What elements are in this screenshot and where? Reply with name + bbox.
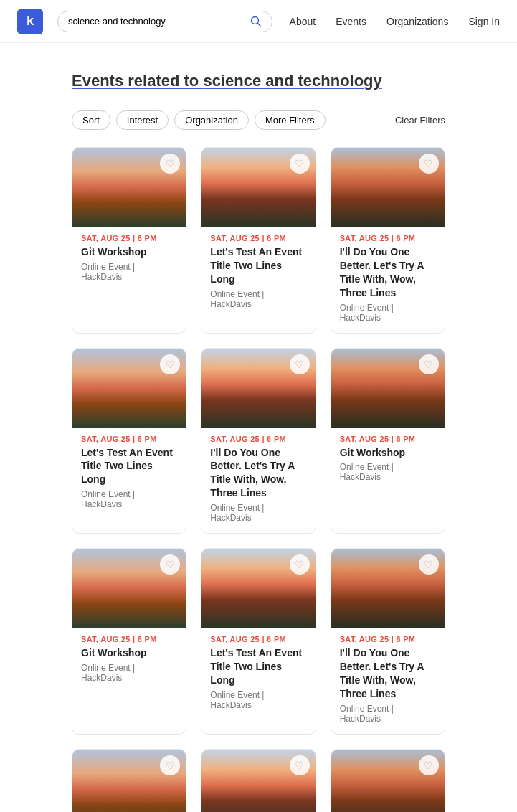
card-body: SAT, AUG 25 | 6 PM Git Workshop Online E… — [72, 628, 186, 693]
card-image: ♡ — [72, 549, 186, 628]
card-image: ♡ — [72, 148, 186, 227]
favorite-button[interactable]: ♡ — [290, 554, 310, 575]
event-card[interactable]: ♡ SAT, AUG 25 | 6 PM Git Workshop Online… — [72, 548, 186, 735]
card-title: I'll Do You One Better. Let's Try A Titl… — [340, 245, 436, 300]
card-body: SAT, AUG 25 | 6 PM Git Workshop Online E… — [331, 428, 445, 493]
filter-sort[interactable]: Sort — [72, 110, 110, 130]
filter-organization[interactable]: Organization — [174, 110, 249, 130]
favorite-button[interactable]: ♡ — [290, 154, 310, 174]
card-image: ♡ — [72, 750, 186, 812]
card-subtitle: Online Event | HackDavis — [340, 704, 436, 724]
card-image: ♡ — [201, 750, 315, 812]
card-body: SAT, AUG 25 | 6 PM Git Workshop Online E… — [72, 227, 186, 292]
card-subtitle: Online Event | HackDavis — [210, 690, 306, 710]
card-title: Git Workshop — [81, 245, 177, 259]
favorite-button[interactable]: ♡ — [160, 755, 180, 775]
filter-interest[interactable]: Interest — [116, 110, 169, 130]
page-title: Events related to science and technology — [72, 72, 445, 90]
favorite-button[interactable]: ♡ — [290, 354, 310, 374]
card-subtitle: Online Event | HackDavis — [340, 303, 436, 323]
card-date: SAT, AUG 25 | 6 PM — [210, 635, 306, 643]
event-card[interactable]: ♡ SAT, AUG 25 | 6 PM Git Workshop Online… — [331, 749, 445, 812]
card-date: SAT, AUG 25 | 6 PM — [81, 435, 177, 443]
card-body: SAT, AUG 25 | 6 PM I'll Do You One Bette… — [201, 428, 315, 534]
card-title: Git Workshop — [340, 446, 436, 460]
event-card[interactable]: ♡ SAT, AUG 25 | 6 PM Git Workshop Online… — [72, 147, 186, 334]
card-title: I'll Do You One Better. Let's Try A Titl… — [210, 446, 306, 501]
card-date: SAT, AUG 25 | 6 PM — [340, 635, 436, 643]
search-input[interactable] — [68, 16, 245, 27]
card-date: SAT, AUG 25 | 6 PM — [81, 234, 177, 242]
favorite-button[interactable]: ♡ — [419, 554, 439, 575]
cards-grid: ♡ SAT, AUG 25 | 6 PM Git Workshop Online… — [72, 147, 445, 812]
card-body: SAT, AUG 25 | 6 PM Let's Test An Event T… — [201, 628, 315, 720]
nav-signin[interactable]: Sign In — [468, 16, 500, 27]
favorite-button[interactable]: ♡ — [160, 354, 180, 374]
card-body: SAT, AUG 25 | 6 PM Let's Test An Event T… — [201, 227, 315, 319]
favorite-button[interactable]: ♡ — [419, 354, 439, 374]
filters-bar: Sort Interest Organization More Filters … — [72, 110, 445, 130]
card-body: SAT, AUG 25 | 6 PM I'll Do You One Bette… — [331, 227, 445, 333]
card-date: SAT, AUG 25 | 6 PM — [81, 635, 177, 643]
event-card[interactable]: ♡ SAT, AUG 25 | 6 PM Let's Test An Event… — [201, 147, 316, 334]
favorite-button[interactable]: ♡ — [290, 755, 310, 775]
card-date: SAT, AUG 25 | 6 PM — [210, 435, 306, 443]
header: k About Events Organizations Sign In — [0, 0, 517, 43]
event-card[interactable]: ♡ SAT, AUG 25 | 6 PM I'll Do You One Bet… — [331, 147, 445, 334]
favorite-button[interactable]: ♡ — [419, 154, 439, 174]
card-image: ♡ — [201, 549, 315, 628]
event-card[interactable]: ♡ SAT, AUG 25 | 6 PM I'll Do You One Bet… — [201, 348, 316, 534]
card-body: SAT, AUG 25 | 6 PM I'll Do You One Bette… — [331, 628, 445, 734]
card-image: ♡ — [331, 148, 445, 227]
card-subtitle: Online Event | HackDavis — [210, 503, 306, 523]
card-subtitle: Online Event | HackDavis — [340, 462, 436, 482]
card-title: I'll Do You One Better. Let's Try A Titl… — [340, 646, 436, 701]
card-body: SAT, AUG 25 | 6 PM Let's Test An Event T… — [72, 428, 186, 520]
card-image: ♡ — [72, 349, 186, 428]
card-subtitle: Online Event | HackDavis — [81, 663, 177, 683]
logo[interactable]: k — [17, 9, 43, 34]
card-image: ♡ — [201, 148, 315, 227]
card-subtitle: Online Event | HackDavis — [210, 289, 306, 309]
nav-about[interactable]: About — [290, 16, 316, 27]
event-card[interactable]: ♡ SAT, AUG 25 | 6 PM Git Workshop Online… — [331, 348, 445, 534]
card-title: Git Workshop — [81, 646, 177, 660]
card-subtitle: Online Event | HackDavis — [81, 489, 177, 509]
event-card[interactable]: ♡ SAT, AUG 25 | 6 PM Let's Test An Event… — [201, 548, 316, 735]
search-icon — [250, 16, 262, 27]
card-date: SAT, AUG 25 | 6 PM — [340, 435, 436, 443]
nav-events[interactable]: Events — [336, 16, 366, 27]
event-card[interactable]: ♡ SAT, AUG 25 | 6 PM I'll Do You One Bet… — [331, 548, 445, 735]
card-image: ♡ — [331, 549, 445, 628]
card-image: ♡ — [331, 349, 445, 428]
card-title: Let's Test An Event Title Two Lines Long — [81, 446, 177, 487]
card-title: Let's Test An Event Title Two Lines Long — [210, 646, 306, 687]
event-card[interactable]: ♡ SAT, AUG 25 | 6 PM I'll Do You One Bet… — [201, 749, 316, 812]
main-content: Events related to science and technology… — [0, 43, 517, 812]
card-image: ♡ — [331, 750, 445, 812]
filter-more[interactable]: More Filters — [255, 110, 326, 130]
clear-filters-button[interactable]: Clear Filters — [395, 115, 445, 126]
main-nav: About Events Organizations Sign In — [290, 16, 500, 27]
card-subtitle: Online Event | HackDavis — [81, 262, 177, 282]
svg-line-1 — [258, 23, 261, 26]
nav-organizations[interactable]: Organizations — [386, 16, 448, 27]
card-title: Let's Test An Event Title Two Lines Long — [210, 245, 306, 286]
favorite-button[interactable]: ♡ — [419, 755, 439, 775]
card-image: ♡ — [201, 349, 315, 428]
search-bar[interactable] — [57, 11, 272, 32]
card-date: SAT, AUG 25 | 6 PM — [340, 234, 436, 242]
event-card[interactable]: ♡ SAT, AUG 25 | 6 PM Let's Test An Event… — [72, 348, 186, 534]
card-date: SAT, AUG 25 | 6 PM — [210, 234, 306, 242]
event-card[interactable]: ♡ SAT, AUG 25 | 6 PM Let's Test An Event… — [72, 749, 186, 812]
